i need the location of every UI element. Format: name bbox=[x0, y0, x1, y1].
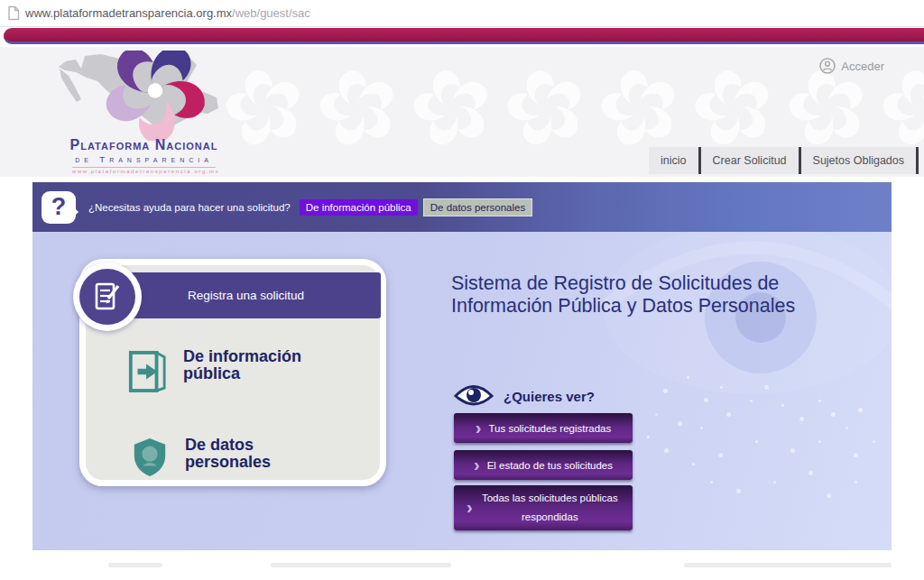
page-title: Sistema de Registro de Solicitudes de In… bbox=[451, 272, 848, 318]
chevron-right-icon: › bbox=[467, 498, 473, 516]
user-icon bbox=[819, 58, 836, 74]
register-card-header: Registra una solicitud bbox=[111, 272, 381, 318]
button-solicitudes-respondidas[interactable]: › Todas las solicitudes públicas respond… bbox=[454, 485, 633, 530]
login-label: Acceder bbox=[841, 60, 884, 73]
button-estado-solicitudes[interactable]: › El estado de tus solicitudes bbox=[454, 450, 633, 480]
chevron-right-icon: › bbox=[474, 456, 480, 474]
top-accent-bar bbox=[4, 28, 924, 44]
register-request-card: Registra una solicitud De información p bbox=[79, 259, 386, 486]
nav-tab-inicio[interactable]: inicio bbox=[649, 147, 698, 174]
card-item-datos-personales[interactable]: De datos personales bbox=[131, 437, 329, 478]
footer-faint-text bbox=[271, 563, 451, 567]
mexico-map-swirl-graphic bbox=[54, 51, 235, 141]
url-domain: www.plataformadetransparencia.org.mx bbox=[25, 6, 232, 20]
swirl-pattern-decoration bbox=[226, 61, 924, 161]
document-pencil-icon bbox=[90, 280, 125, 314]
see-prompt-label: ¿Quieres ver? bbox=[504, 389, 595, 404]
eye-icon bbox=[453, 382, 494, 410]
help-bar: ? ¿Necesitas ayuda para hacer una solici… bbox=[32, 182, 892, 232]
button-solicitudes-registradas[interactable]: › Tus solicitudes registradas bbox=[454, 413, 633, 443]
help-datos-personales-button[interactable]: De datos personales bbox=[423, 198, 532, 216]
logo-title: Plataforma Nacional bbox=[47, 137, 241, 153]
nav-tab-crear-solicitud[interactable]: Crear Solicitud bbox=[701, 147, 799, 174]
help-question-text: ¿Necesitas ayuda para hacer una solicitu… bbox=[88, 202, 291, 213]
site-header: Plataforma Nacional de Transparencia www… bbox=[0, 47, 924, 177]
button-label: Tus solicitudes registradas bbox=[488, 423, 611, 434]
nav-separator bbox=[916, 147, 919, 174]
card-item-label: De datos personales bbox=[185, 437, 329, 472]
shield-icon bbox=[131, 437, 169, 478]
page-icon bbox=[7, 5, 20, 21]
chevron-right-icon: › bbox=[476, 419, 482, 437]
page-footer bbox=[0, 550, 924, 580]
see-prompt-row: ¿Quieres ver? bbox=[453, 382, 595, 410]
main-navigation: inicio Crear Solicitud Sujetos Obligados bbox=[649, 147, 919, 174]
pnt-logo[interactable]: Plataforma Nacional de Transparencia www… bbox=[47, 51, 241, 174]
footer-faint-text bbox=[684, 563, 892, 567]
browser-address-bar[interactable]: www.plataformadetransparencia.org.mx/web… bbox=[0, 0, 924, 27]
url-path: /web/guest/sac bbox=[232, 6, 310, 20]
logo-subtitle: de Transparencia bbox=[47, 154, 241, 164]
card-item-label: De información pública bbox=[183, 348, 328, 383]
button-label: El estado de tus solicitudes bbox=[487, 460, 613, 471]
logo-website: www.plataformadetransparencia.org.mx bbox=[72, 167, 216, 174]
door-arrow-icon bbox=[127, 348, 167, 395]
help-info-publica-button[interactable]: De información pública bbox=[300, 199, 418, 216]
main-content-panel: ? ¿Necesitas ayuda para hacer una solici… bbox=[32, 182, 892, 550]
login-link[interactable]: Acceder bbox=[819, 58, 884, 74]
question-bubble-icon: ? bbox=[42, 191, 76, 224]
card-item-informacion-publica[interactable]: De información pública bbox=[127, 348, 328, 395]
button-label: Todas las solicitudes públicas respondid… bbox=[480, 489, 620, 526]
register-icon-circle bbox=[73, 262, 142, 331]
nav-tab-sujetos-obligados[interactable]: Sujetos Obligados bbox=[801, 147, 916, 174]
footer-faint-text bbox=[108, 563, 162, 567]
